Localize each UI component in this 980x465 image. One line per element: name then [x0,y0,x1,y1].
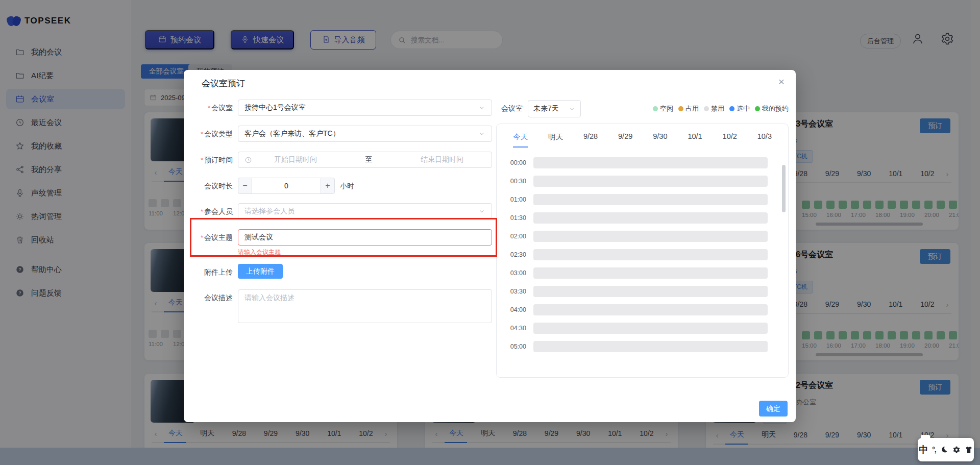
meeting-type-select[interactable]: 客户会（客户来访、客户TC） [238,126,492,142]
time-slot-bar[interactable] [533,249,768,260]
end-time-placeholder: 结束日期时间 [399,155,485,164]
schedule-day-tab[interactable]: 10/3 [757,132,772,148]
attachment-label: 附件上传 [204,268,233,276]
time-slot-row: 00:30 [497,172,788,190]
time-slot-row: 04:30 [497,319,788,337]
schedule-day-tab[interactable]: 10/2 [723,132,737,148]
time-slot-bar[interactable] [533,194,768,205]
time-slot-bar[interactable] [533,341,768,352]
chevron-down-icon [478,104,485,111]
legend-dot [729,106,734,111]
time-slot-label: 03:00 [503,270,526,277]
close-icon[interactable]: × [778,76,785,87]
required-asterisk: * [201,156,203,164]
range-select-value: 未来7天 [533,104,559,113]
schedule-day-tab[interactable]: 明天 [548,132,563,148]
time-slot-row: 04:00 [497,301,788,319]
time-slot-label: 02:30 [503,251,526,258]
attendees-label: 参会人员 [204,207,233,215]
chevron-down-icon [478,130,485,137]
room-label: 会议室 [211,104,233,112]
legend-label: 我的预约 [762,104,789,113]
time-slot-bar[interactable] [533,267,768,279]
minus-button[interactable]: − [238,178,252,194]
time-slot-label: 04:30 [503,325,526,332]
duration-label: 会议时长 [204,182,233,190]
upload-attachment-button[interactable]: 上传附件 [238,264,283,279]
time-separator: 至 [339,155,399,164]
schedule-header: 会议室 未来7天 空闲占用禁用选中我的预约 [501,100,789,118]
ime-toolbar[interactable]: 中 °, [918,438,974,461]
description-textarea[interactable] [238,289,492,323]
schedule-panel: 今天明天9/289/299/3010/110/210/3 00:0000:300… [496,124,789,378]
range-select[interactable]: 未来7天 [528,100,581,117]
schedule-day-tab[interactable]: 9/29 [618,132,632,148]
room-select[interactable]: 接待中心1号会议室 [238,100,492,116]
duration-input[interactable] [252,178,321,194]
day-tabs: 今天明天9/289/299/3010/110/210/3 [497,124,788,148]
attendees-placeholder: 请选择参会人员 [244,207,295,216]
schedule-day-tab[interactable]: 10/1 [688,132,702,148]
schedule-day-tab[interactable]: 9/30 [653,132,667,148]
plus-button[interactable]: + [321,178,335,194]
legend-item: 占用 [678,104,699,113]
time-slot-bar[interactable] [533,212,768,224]
schedule-room-label: 会议室 [501,104,523,113]
moon-icon[interactable] [940,446,948,454]
required-asterisk: * [201,130,203,138]
start-time-placeholder: 开始日期时间 [252,155,339,164]
scrollbar-thumb[interactable] [782,165,786,212]
time-slot-bar[interactable] [533,231,768,242]
time-slot-list: 00:0000:3001:0001:3002:0002:3003:0003:30… [497,154,788,356]
time-slot-row: 01:00 [497,190,788,209]
legend-label: 禁用 [711,104,724,113]
subject-label: 会议主题 [204,233,233,241]
time-slot-label: 05:00 [503,343,526,350]
time-label: 预订时间 [204,156,233,164]
time-slot-bar[interactable] [533,304,768,315]
legend-dot [755,106,760,111]
time-slot-bar[interactable] [533,323,768,334]
ime-punctuation[interactable]: °, [932,446,936,454]
shirt-icon[interactable] [965,446,973,454]
status-legend: 空闲占用禁用选中我的预约 [653,104,789,113]
legend-dot [653,106,658,111]
time-slot-bar[interactable] [533,176,768,187]
legend-item: 空闲 [653,104,673,113]
gear-icon[interactable] [952,446,961,454]
form-row-time: *预订时间 开始日期时间 至 结束日期时间 [190,152,492,168]
form-row-type: *会议类型 客户会（客户来访、客户TC） [190,126,492,142]
time-slot-label: 04:00 [503,306,526,313]
legend-label: 空闲 [660,104,673,113]
duration-unit: 小时 [340,178,354,194]
time-range-picker[interactable]: 开始日期时间 至 结束日期时间 [238,152,492,168]
legend-item: 选中 [729,104,750,113]
form-row-attachment: 附件上传 上传附件 [190,264,492,280]
time-slot-bar[interactable] [533,157,768,168]
schedule-day-tab[interactable]: 9/28 [583,132,598,148]
time-slot-bar[interactable] [533,286,768,297]
subject-input[interactable] [238,229,492,246]
time-slot-row: 02:00 [497,227,788,246]
ime-chinese-mode[interactable]: 中 [919,444,928,456]
legend-label: 选中 [737,104,750,113]
attendees-select[interactable]: 请选择参会人员 [238,203,492,219]
duration-stepper: − + 小时 [238,178,492,194]
chevron-down-icon [478,208,485,215]
schedule-day-tab[interactable]: 今天 [513,132,528,148]
legend-dot [678,106,683,111]
booking-form: *会议室 接待中心1号会议室 *会议类型 客户会（客户来访、客户TC） *预订时… [190,100,492,334]
form-row-duration: 会议时长 − + 小时 [190,178,492,194]
type-label: 会议类型 [204,130,233,138]
booking-modal: 会议室预订 × *会议室 接待中心1号会议室 *会议类型 客户会（客户来访、客户… [184,70,796,422]
form-row-subject: *会议主题 请输入会议主题 [190,229,492,257]
time-slot-row: 03:30 [497,282,788,301]
time-slot-label: 03:30 [503,288,526,295]
room-select-value: 接待中心1号会议室 [244,103,306,112]
form-row-attendees: *参会人员 请选择参会人员 [190,203,492,220]
schedule-scrollbar[interactable] [782,165,786,338]
time-slot-row: 00:00 [497,154,788,172]
time-slot-label: 01:00 [503,196,526,203]
time-slot-row: 05:00 [497,337,788,356]
confirm-button[interactable]: 确定 [759,401,788,417]
